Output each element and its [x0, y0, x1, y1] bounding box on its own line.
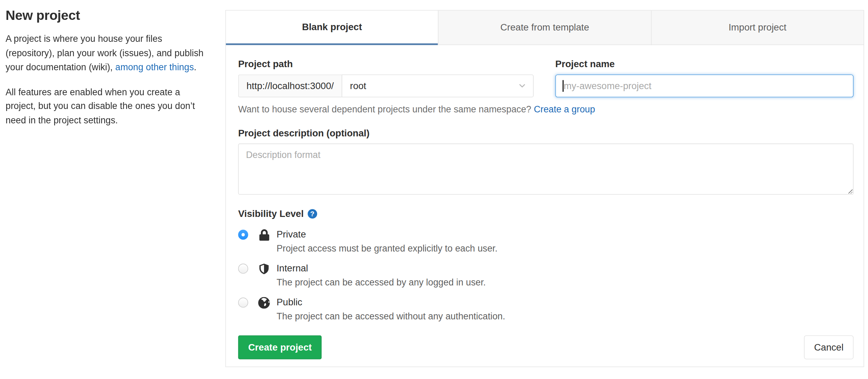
new-project-page: New project A project is where you house… — [0, 0, 868, 379]
public-label: Public — [277, 296, 505, 308]
chevron-down-icon — [518, 82, 526, 90]
radio-internal[interactable] — [238, 264, 248, 273]
namespace-selected-value: root — [350, 81, 366, 91]
internal-label: Internal — [277, 262, 486, 274]
public-description: The project can be accessed without any … — [277, 310, 505, 322]
visibility-option-internal: Internal The project can be accessed by … — [238, 262, 854, 288]
namespace-hint-text: Want to house several dependent projects… — [238, 104, 534, 114]
visibility-level-label: Visibility Level — [238, 208, 304, 220]
among-other-things-link[interactable]: among other things — [115, 62, 194, 72]
question-circle-icon[interactable]: ? — [308, 209, 317, 219]
project-intro-text: A project is where you house your files … — [5, 32, 205, 74]
blank-project-form: Project path http://localhost:3000/ root… — [226, 45, 864, 359]
namespace-select[interactable]: root — [341, 74, 533, 97]
tab-bar: Blank project Create from template Impor… — [226, 11, 864, 45]
project-path-group: http://localhost:3000/ root — [238, 74, 534, 97]
shield-icon — [259, 263, 269, 275]
page-title: New project — [5, 8, 205, 23]
project-name-input[interactable] — [555, 74, 854, 97]
project-description-label: Project description (optional) — [238, 127, 854, 139]
text-caret — [563, 80, 563, 92]
tab-import-project[interactable]: Import project — [651, 11, 864, 45]
project-name-label: Project name — [555, 58, 854, 70]
private-description: Project access must be granted explicitl… — [277, 242, 498, 254]
sidebar: New project A project is where you house… — [5, 8, 205, 138]
project-path-label: Project path — [238, 58, 534, 70]
project-description-textarea[interactable] — [238, 144, 854, 195]
visibility-option-public: Public The project can be accessed witho… — [238, 296, 854, 322]
lock-icon — [259, 229, 269, 241]
radio-public[interactable] — [238, 297, 248, 307]
new-project-panel: Blank project Create from template Impor… — [225, 10, 864, 367]
private-label: Private — [277, 228, 498, 241]
namespace-hint: Want to house several dependent projects… — [238, 103, 854, 115]
url-prefix-addon: http://localhost:3000/ — [238, 74, 342, 97]
visibility-option-private: Private Project access must be granted e… — [238, 228, 854, 254]
intro-text-end: . — [194, 62, 196, 72]
tab-blank-project[interactable]: Blank project — [226, 11, 438, 45]
globe-icon — [258, 297, 270, 309]
cancel-button[interactable]: Cancel — [804, 335, 853, 359]
create-project-button[interactable]: Create project — [238, 335, 322, 359]
visibility-options: Private Project access must be granted e… — [238, 228, 854, 322]
radio-private[interactable] — [238, 230, 248, 240]
create-group-link[interactable]: Create a group — [534, 104, 595, 114]
tab-create-from-template[interactable]: Create from template — [438, 11, 651, 45]
features-text: All features are enabled when you create… — [5, 85, 205, 127]
internal-description: The project can be accessed by any logge… — [277, 276, 486, 288]
